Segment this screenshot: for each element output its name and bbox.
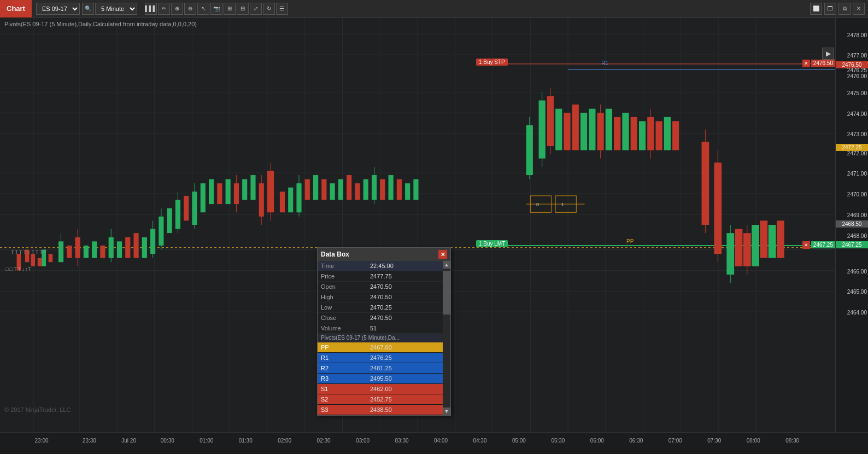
time-0030: 00:30 bbox=[161, 438, 174, 444]
skip-to-end-button[interactable]: ▶ bbox=[822, 48, 834, 60]
restore-icon[interactable]: ⧉ bbox=[838, 3, 851, 15]
window-controls: ⬜ 🗖 ⧉ ✕ bbox=[810, 3, 866, 15]
r2-label: R2 bbox=[318, 363, 367, 373]
pivot-row-r3: R3 2495.50 bbox=[318, 374, 443, 384]
data-box-header[interactable]: Data Box ✕ bbox=[318, 248, 450, 261]
marker-lt: ↑T bbox=[25, 266, 31, 272]
pivot-row-s1: S1 2462.00 bbox=[318, 384, 443, 394]
svg-rect-114 bbox=[631, 117, 637, 150]
open-value: 2470.50 bbox=[367, 282, 443, 292]
time-0800: 08:00 bbox=[747, 438, 760, 444]
connect-icon[interactable]: ⤢ bbox=[250, 3, 262, 15]
s1-label: S1 bbox=[318, 384, 367, 394]
svg-rect-84 bbox=[313, 175, 318, 200]
instrument-group: ES 09-17 🔍 5 Minute bbox=[36, 3, 142, 15]
zoom-in-icon[interactable]: ⊕ bbox=[171, 3, 183, 15]
minimize-icon[interactable]: ⬜ bbox=[810, 3, 822, 15]
buy-stp-close[interactable]: ✕ bbox=[802, 60, 810, 67]
svg-rect-104 bbox=[555, 109, 562, 150]
price-label-2470: 2470.00 bbox=[847, 191, 867, 197]
scroll-thumb[interactable] bbox=[443, 271, 450, 315]
marker-t6: T bbox=[36, 249, 39, 255]
svg-rect-118 bbox=[655, 121, 662, 150]
marker-t3: T bbox=[19, 249, 22, 255]
buy-lmt-close[interactable]: ✕ bbox=[802, 241, 810, 249]
time-0530: 05:30 bbox=[551, 438, 565, 444]
maximize-icon[interactable]: 🗖 bbox=[824, 3, 836, 15]
pp-label: PP bbox=[318, 342, 367, 352]
data-row-open: Open 2470.50 bbox=[318, 282, 443, 292]
buy-lmt-order[interactable]: 1 Buy LMT ✕ 2467.25 bbox=[0, 246, 835, 246]
marker-t4: T bbox=[24, 249, 27, 255]
time-0600: 06:00 bbox=[590, 438, 604, 444]
grid-icon[interactable]: ⊞ bbox=[224, 3, 236, 15]
marker-sq2: □ bbox=[9, 266, 12, 272]
price-label-2469: 2469.00 bbox=[847, 212, 867, 218]
marker-o: ○ bbox=[27, 249, 30, 255]
s3-value: 2438.50 bbox=[367, 405, 443, 415]
svg-text:PP: PP bbox=[626, 238, 634, 245]
price-label-field: Price bbox=[318, 271, 367, 281]
pivot-section-header: Pivots(ES 09-17 (5 Minute),Da... bbox=[318, 334, 443, 342]
close-label: Close bbox=[318, 313, 367, 323]
time-0330: 03:30 bbox=[395, 438, 409, 444]
r1-label: R1 bbox=[318, 353, 367, 363]
cursor-icon[interactable]: ↖ bbox=[197, 3, 209, 15]
time-0430: 04:30 bbox=[473, 438, 486, 444]
close-value: 2470.50 bbox=[367, 313, 443, 323]
buy-stp-price: 2476.50 bbox=[811, 60, 835, 67]
price-label-247625: 2476.25 bbox=[847, 67, 867, 73]
title-bar: Chart ES 09-17 🔍 5 Minute ▌▌▌ ✏ ⊕ ⊖ ↖ 📷 … bbox=[0, 0, 868, 18]
buy-stp-order[interactable]: 1 Buy STP ✕ 2476.50 bbox=[0, 64, 835, 65]
draw-icon[interactable]: ✏ bbox=[158, 3, 170, 15]
bars-icon[interactable]: ▌▌▌ bbox=[145, 3, 157, 15]
svg-rect-70 bbox=[226, 179, 231, 204]
svg-rect-115 bbox=[639, 121, 646, 150]
svg-rect-106 bbox=[572, 104, 579, 150]
chart-tab[interactable]: Chart bbox=[0, 0, 32, 18]
high-label: High bbox=[318, 292, 367, 302]
svg-text:0: 0 bbox=[536, 202, 539, 207]
list-icon[interactable]: ☰ bbox=[276, 3, 288, 15]
svg-rect-39 bbox=[31, 254, 36, 266]
svg-text:R1: R1 bbox=[601, 60, 608, 66]
indicator-markers-top: T T T T ○ T T T T bbox=[11, 249, 46, 255]
price-label-2465: 2465.00 bbox=[847, 289, 867, 295]
close-icon[interactable]: ✕ bbox=[853, 3, 865, 15]
svg-rect-112 bbox=[614, 117, 620, 150]
camera-icon[interactable]: 📷 bbox=[210, 3, 222, 15]
time-0200: 02:00 bbox=[278, 438, 291, 444]
price-label-2475: 2475.00 bbox=[847, 90, 867, 96]
svg-rect-111 bbox=[606, 109, 612, 150]
time-0630: 06:30 bbox=[629, 438, 643, 444]
instrument-select[interactable]: ES 09-17 bbox=[36, 3, 80, 15]
marker-tt: T bbox=[14, 266, 17, 272]
s2-value: 2452.75 bbox=[367, 394, 443, 404]
r1-value: 2476.25 bbox=[367, 353, 443, 363]
time-0130: 01:30 bbox=[239, 438, 253, 444]
time-label: Time bbox=[318, 261, 367, 271]
price-label-2474: 2474.00 bbox=[847, 111, 867, 117]
svg-rect-56 bbox=[142, 237, 147, 258]
svg-rect-80 bbox=[288, 188, 293, 212]
svg-rect-88 bbox=[347, 175, 351, 200]
s3-label: S3 bbox=[318, 405, 367, 415]
data-box-close-button[interactable]: ✕ bbox=[438, 250, 447, 259]
zoom-out-icon[interactable]: ⊖ bbox=[184, 3, 196, 15]
search-icon[interactable]: 🔍 bbox=[82, 3, 94, 15]
time-2300: 23:00 bbox=[35, 438, 49, 444]
svg-rect-85 bbox=[321, 179, 326, 200]
time-0500: 05:00 bbox=[512, 438, 526, 444]
time-jul20: Jul 20 bbox=[121, 438, 136, 444]
refresh-icon[interactable]: ↻ bbox=[263, 3, 275, 15]
scroll-down[interactable]: ▼ bbox=[443, 408, 450, 415]
lmt-price-badge: 2467.25 bbox=[836, 241, 868, 248]
orders-icon[interactable]: ⊟ bbox=[237, 3, 249, 15]
open-label: Open bbox=[318, 282, 367, 292]
interval-select[interactable]: 5 Minute bbox=[95, 3, 137, 15]
svg-rect-108 bbox=[589, 109, 595, 150]
svg-rect-95 bbox=[397, 179, 402, 200]
svg-rect-45 bbox=[67, 246, 72, 258]
high-value: 2470.50 bbox=[367, 292, 443, 302]
scroll-up[interactable]: ▲ bbox=[443, 261, 450, 269]
